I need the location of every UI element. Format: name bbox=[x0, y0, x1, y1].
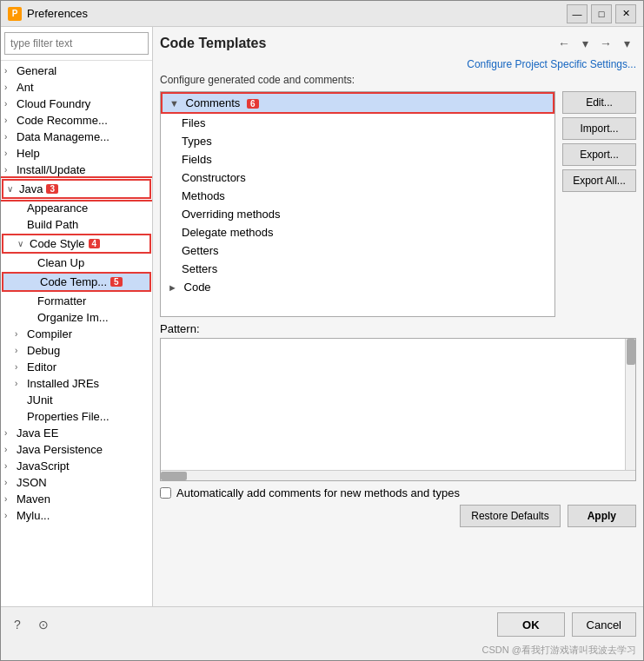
sidebar-item-appearance[interactable]: Appearance bbox=[1, 200, 152, 216]
restore-defaults-button[interactable]: Restore Defaults bbox=[460, 505, 560, 527]
ok-button[interactable]: OK bbox=[497, 612, 565, 637]
cancel-button[interactable]: Cancel bbox=[572, 612, 636, 637]
sidebar-item-ant[interactable]: › Ant bbox=[1, 79, 152, 96]
sidebar-item-label: Properties File... bbox=[27, 410, 110, 423]
edit-button[interactable]: Edit... bbox=[562, 91, 636, 114]
scrollbar-thumb[interactable] bbox=[627, 339, 635, 365]
sidebar-item-mylyn[interactable]: › Mylu... bbox=[1, 507, 152, 524]
close-button[interactable]: ✕ bbox=[615, 4, 636, 23]
sidebar-item-code-recommender[interactable]: › Code Recomme... bbox=[1, 112, 152, 129]
sidebar-item-formatter[interactable]: Formatter bbox=[1, 293, 152, 309]
help-icon[interactable]: ? bbox=[8, 615, 27, 634]
sidebar-item-label: Data Manageme... bbox=[17, 130, 110, 143]
sidebar-item-maven[interactable]: › Maven bbox=[1, 491, 152, 507]
sidebar-item-clean-up[interactable]: Clean Up bbox=[1, 254, 152, 271]
filter-box bbox=[1, 27, 152, 61]
sidebar-item-label: Java bbox=[19, 182, 43, 195]
maximize-button[interactable]: □ bbox=[591, 4, 612, 23]
template-item-methods[interactable]: Methods bbox=[161, 187, 554, 205]
template-item-label: Overriding methods bbox=[182, 208, 280, 221]
panel-title: Code Templates bbox=[160, 36, 266, 51]
sidebar-item-java[interactable]: ∨ Java 3 bbox=[2, 179, 151, 199]
auto-comments-checkbox[interactable] bbox=[160, 487, 171, 499]
template-item-files[interactable]: Files bbox=[161, 114, 554, 132]
expand-arrow: › bbox=[4, 428, 17, 438]
sidebar-item-cloud-foundry[interactable]: › Cloud Foundry bbox=[1, 96, 152, 112]
sidebar-item-label: Ant bbox=[17, 81, 34, 94]
filter-input[interactable] bbox=[4, 32, 149, 55]
title-bar-left: P Preferences bbox=[8, 7, 88, 21]
horizontal-scrollbar[interactable] bbox=[161, 470, 635, 480]
auto-comments-row: Automatically add comments for new metho… bbox=[160, 486, 636, 499]
sidebar-item-label: Maven bbox=[17, 492, 50, 506]
template-item-delegate-methods[interactable]: Delegate methods bbox=[161, 223, 554, 241]
sidebar-item-properties-file[interactable]: Properties File... bbox=[1, 408, 152, 425]
sidebar-item-code-templates[interactable]: Code Temp... 5 bbox=[2, 272, 151, 292]
template-item-code[interactable]: ► Code bbox=[161, 278, 554, 296]
sidebar-item-javascript[interactable]: › JavaScript bbox=[1, 458, 152, 474]
pattern-area[interactable] bbox=[160, 338, 636, 481]
bottom-buttons: Restore Defaults Apply bbox=[160, 505, 636, 527]
sidebar-item-help[interactable]: › Help bbox=[1, 145, 152, 162]
export-button[interactable]: Export... bbox=[562, 143, 636, 166]
vertical-scrollbar[interactable] bbox=[625, 339, 635, 480]
pattern-label: Pattern: bbox=[160, 322, 636, 335]
minimize-button[interactable]: — bbox=[567, 4, 588, 23]
sidebar-item-label: Java Persistence bbox=[17, 443, 103, 456]
expand-arrow: › bbox=[4, 165, 17, 175]
title-bar: P Preferences — □ ✕ bbox=[1, 1, 643, 27]
templates-list[interactable]: ▼ Comments 6 Files Types Fields Construc bbox=[160, 91, 555, 317]
template-item-getters[interactable]: Getters bbox=[161, 241, 554, 260]
sidebar-item-debug[interactable]: › Debug bbox=[1, 342, 152, 359]
expand-arrow: › bbox=[4, 116, 17, 125]
expand-arrow: › bbox=[15, 329, 27, 339]
sidebar-item-json[interactable]: › JSON bbox=[1, 474, 152, 491]
template-item-fields[interactable]: Fields bbox=[161, 150, 554, 169]
sidebar-item-java-persistence[interactable]: › Java Persistence bbox=[1, 441, 152, 458]
sidebar-item-label: Debug bbox=[27, 344, 60, 357]
back-button[interactable]: ← bbox=[554, 34, 574, 53]
expand-arrow: ∨ bbox=[17, 239, 30, 248]
sidebar-item-organize-imports[interactable]: Organize Im... bbox=[1, 309, 152, 326]
sidebar-item-general[interactable]: › General bbox=[1, 63, 152, 79]
expand-arrow: › bbox=[4, 478, 17, 487]
export-all-button[interactable]: Export All... bbox=[562, 169, 636, 192]
sidebar-item-build-path[interactable]: Build Path bbox=[1, 216, 152, 233]
template-item-comments[interactable]: ▼ Comments 6 bbox=[161, 92, 554, 114]
sidebar-item-label: Compiler bbox=[27, 327, 72, 340]
scrollbar-h-thumb[interactable] bbox=[161, 472, 187, 480]
toolbar-icons: ← ▾ → ▾ bbox=[554, 34, 636, 53]
expand-icon: ► bbox=[168, 282, 177, 293]
sidebar-item-compiler[interactable]: › Compiler bbox=[1, 326, 152, 342]
settings-icon[interactable]: ⊙ bbox=[34, 615, 53, 634]
configure-project-link[interactable]: Configure Project Specific Settings... bbox=[160, 58, 636, 70]
import-button[interactable]: Import... bbox=[562, 117, 636, 140]
forward-button[interactable]: → bbox=[596, 34, 615, 53]
sidebar-item-junit[interactable]: JUnit bbox=[1, 392, 152, 408]
back-dropdown[interactable]: ▾ bbox=[575, 34, 594, 53]
sidebar-item-label: Java EE bbox=[17, 426, 58, 440]
sidebar-item-editor[interactable]: › Editor bbox=[1, 359, 152, 375]
sidebar-item-installed-jres[interactable]: › Installed JREs bbox=[1, 375, 152, 392]
sidebar-item-java-ee[interactable]: › Java EE bbox=[1, 425, 152, 441]
expand-arrow: › bbox=[15, 379, 27, 388]
forward-dropdown[interactable]: ▾ bbox=[617, 34, 636, 53]
tree-area: › General › Ant › Cloud Foundry › Code R… bbox=[1, 61, 152, 606]
template-item-label: Constructors bbox=[182, 171, 246, 184]
template-item-setters[interactable]: Setters bbox=[161, 260, 554, 278]
template-item-label: Getters bbox=[182, 244, 219, 257]
apply-button[interactable]: Apply bbox=[568, 505, 636, 527]
expand-arrow: › bbox=[4, 461, 17, 471]
title-bar-controls: — □ ✕ bbox=[567, 4, 636, 23]
right-header: Code Templates ← ▾ → ▾ bbox=[160, 34, 636, 53]
sidebar-item-data-management[interactable]: › Data Manageme... bbox=[1, 129, 152, 145]
sidebar-item-install-update[interactable]: › Install/Update bbox=[1, 162, 152, 178]
template-item-types[interactable]: Types bbox=[161, 132, 554, 150]
watermark: CSDN @看我打游戏请叫我波去学习 bbox=[1, 642, 643, 660]
template-item-overriding-methods[interactable]: Overriding methods bbox=[161, 205, 554, 223]
expand-arrow: › bbox=[4, 83, 17, 92]
bottom-left-icons: ? ⊙ bbox=[8, 615, 53, 634]
sidebar-item-label: Build Path bbox=[27, 218, 78, 231]
template-item-constructors[interactable]: Constructors bbox=[161, 169, 554, 187]
sidebar-item-code-style[interactable]: ∨ Code Style 4 bbox=[2, 234, 151, 254]
